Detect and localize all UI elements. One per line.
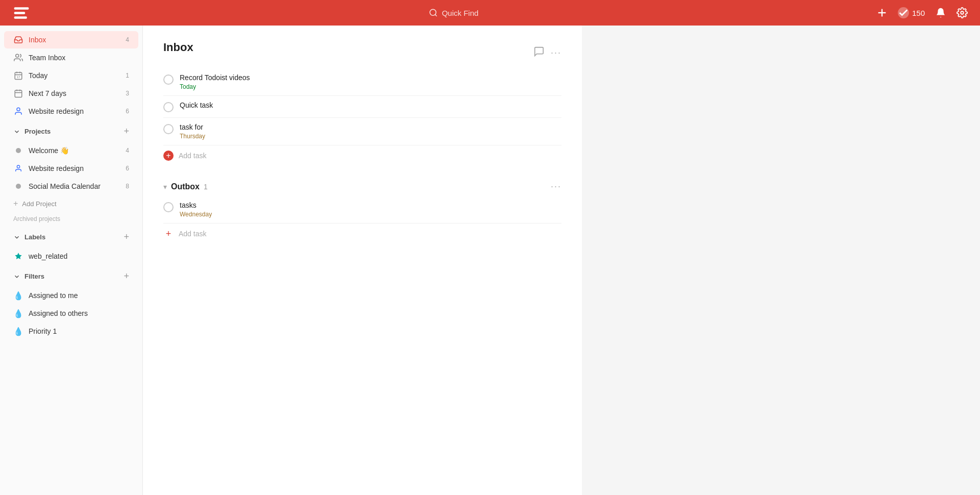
add-task-outbox-button[interactable]: + Add task bbox=[163, 224, 561, 244]
sidebar-item-social-media[interactable]: Social Media Calendar 8 bbox=[4, 178, 138, 195]
main-layout: Inbox 4 Team Inbox bbox=[0, 26, 980, 495]
karma-display[interactable]: 150 bbox=[898, 7, 925, 18]
svg-rect-14 bbox=[15, 90, 22, 97]
task-item: tasks Wednesday bbox=[163, 196, 561, 224]
inbox-more-button[interactable]: ··· bbox=[551, 47, 561, 58]
inbox-icon bbox=[13, 35, 23, 45]
priority1-label: Priority 1 bbox=[29, 327, 129, 335]
task-content: Record Todoist videos Today bbox=[180, 73, 561, 90]
add-project-button[interactable]: + Add Project bbox=[4, 196, 138, 211]
karma-count: 150 bbox=[912, 9, 925, 17]
outbox-more-button[interactable]: ··· bbox=[551, 181, 561, 192]
labels-section-header[interactable]: Labels + bbox=[4, 228, 138, 246]
task-date: Today bbox=[180, 83, 561, 90]
inbox-header-icons: ··· bbox=[533, 46, 561, 59]
notifications-button[interactable] bbox=[935, 7, 946, 18]
assigned-to-others-icon: 💧 bbox=[13, 308, 23, 318]
task-date: Thursday bbox=[180, 133, 561, 140]
task-item: task for Thursday bbox=[163, 118, 561, 145]
svg-point-7 bbox=[961, 11, 964, 14]
sidebar-item-next7[interactable]: Next 7 days 3 bbox=[4, 85, 138, 102]
add-task-topbar-button[interactable] bbox=[876, 7, 888, 18]
svg-marker-20 bbox=[15, 253, 21, 259]
labels-label: Labels bbox=[24, 233, 45, 241]
welcome-label: Welcome 👋 bbox=[29, 146, 118, 155]
social-media-dot bbox=[13, 181, 23, 191]
task-name: Quick task bbox=[180, 101, 561, 109]
filters-section-header[interactable]: Filters + bbox=[4, 267, 138, 286]
add-project-icon[interactable]: + bbox=[124, 126, 129, 137]
svg-point-3 bbox=[430, 9, 436, 15]
task-content: tasks Wednesday bbox=[180, 201, 561, 218]
task-complete-button[interactable] bbox=[163, 124, 174, 134]
person-icon bbox=[13, 106, 23, 116]
today-label: Today bbox=[29, 71, 118, 80]
task-name: tasks bbox=[180, 201, 561, 209]
task-item: Quick task bbox=[163, 96, 561, 118]
task-date: Wednesday bbox=[180, 211, 561, 218]
next7-label: Next 7 days bbox=[29, 89, 118, 97]
add-label-icon[interactable]: + bbox=[124, 232, 129, 242]
svg-rect-1 bbox=[14, 12, 26, 14]
inbox-header-row: Inbox ··· bbox=[163, 41, 561, 64]
sidebar-item-web-related[interactable]: web_related bbox=[4, 247, 138, 265]
inbox-count: 4 bbox=[126, 36, 129, 43]
add-task-label: Add task bbox=[179, 152, 206, 160]
outbox-header-row: ▾ Outbox 1 ··· bbox=[163, 181, 561, 192]
sidebar-item-welcome[interactable]: Welcome 👋 4 bbox=[4, 142, 138, 159]
filters-header-left: Filters bbox=[13, 273, 44, 280]
outbox-title: Outbox bbox=[171, 182, 200, 191]
sidebar-item-assigned-to-others[interactable]: 💧 Assigned to others bbox=[4, 305, 138, 322]
projects-chevron-icon bbox=[13, 128, 20, 135]
task-complete-button[interactable] bbox=[163, 102, 174, 112]
quick-find-button[interactable]: Quick Find bbox=[429, 8, 479, 17]
labels-header-left: Labels bbox=[13, 233, 45, 241]
svg-line-4 bbox=[435, 14, 436, 16]
projects-label: Projects bbox=[24, 128, 51, 135]
sidebar-item-inbox[interactable]: Inbox 4 bbox=[4, 31, 138, 48]
outbox-chevron-icon[interactable]: ▾ bbox=[163, 183, 167, 191]
app-logo[interactable] bbox=[12, 4, 31, 22]
sidebar-item-website-redesign-project[interactable]: Website redesign 6 bbox=[4, 160, 138, 177]
website-redesign-project-label: Website redesign bbox=[29, 164, 118, 172]
karma-check-icon bbox=[898, 7, 909, 18]
web-related-label: web_related bbox=[29, 252, 129, 260]
website-redesign-project-count: 6 bbox=[126, 165, 129, 172]
inbox-label: Inbox bbox=[29, 36, 118, 44]
task-complete-button[interactable] bbox=[163, 202, 174, 212]
sidebar-item-today[interactable]: 17 Today 1 bbox=[4, 67, 138, 84]
projects-section-header[interactable]: Projects + bbox=[4, 122, 138, 141]
sidebar: Inbox 4 Team Inbox bbox=[0, 26, 143, 495]
sidebar-item-assigned-to-me[interactable]: 💧 Assigned to me bbox=[4, 287, 138, 304]
right-panel bbox=[582, 26, 980, 495]
filters-label: Filters bbox=[24, 273, 44, 280]
task-item: Record Todoist videos Today bbox=[163, 68, 561, 96]
topbar-actions: 150 bbox=[876, 7, 968, 18]
sidebar-item-priority1[interactable]: 💧 Priority 1 bbox=[4, 323, 138, 340]
add-task-button[interactable]: + Add task bbox=[163, 145, 561, 166]
svg-point-19 bbox=[17, 165, 19, 168]
settings-button[interactable] bbox=[957, 7, 968, 18]
priority1-icon: 💧 bbox=[13, 326, 23, 336]
comment-icon[interactable] bbox=[533, 46, 545, 59]
add-task-outbox-icon: + bbox=[163, 229, 174, 239]
svg-point-8 bbox=[16, 54, 19, 57]
next7-count: 3 bbox=[126, 90, 129, 97]
add-task-icon: + bbox=[163, 151, 174, 161]
quick-find-label: Quick Find bbox=[442, 9, 479, 17]
task-complete-button[interactable] bbox=[163, 75, 174, 85]
archived-projects-label[interactable]: Archived projects bbox=[0, 212, 142, 226]
content-area: Inbox ··· Record Todoist videos Today bbox=[143, 26, 582, 495]
page-title: Inbox bbox=[163, 41, 193, 54]
topbar: Quick Find 150 bbox=[0, 0, 980, 26]
sidebar-item-website-redesign-top[interactable]: Website redesign 6 bbox=[4, 103, 138, 120]
assigned-to-me-icon: 💧 bbox=[13, 290, 23, 301]
sidebar-item-team-inbox[interactable]: Team Inbox bbox=[4, 49, 138, 66]
assigned-to-others-label: Assigned to others bbox=[29, 309, 129, 317]
add-filter-icon[interactable]: + bbox=[124, 271, 129, 282]
labels-chevron-icon bbox=[13, 234, 20, 241]
social-media-count: 8 bbox=[126, 183, 129, 190]
task-content: task for Thursday bbox=[180, 123, 561, 140]
outbox-title-left: ▾ Outbox 1 bbox=[163, 182, 208, 191]
outbox-section: ▾ Outbox 1 ··· tasks Wednesday + Add tas… bbox=[163, 181, 561, 244]
